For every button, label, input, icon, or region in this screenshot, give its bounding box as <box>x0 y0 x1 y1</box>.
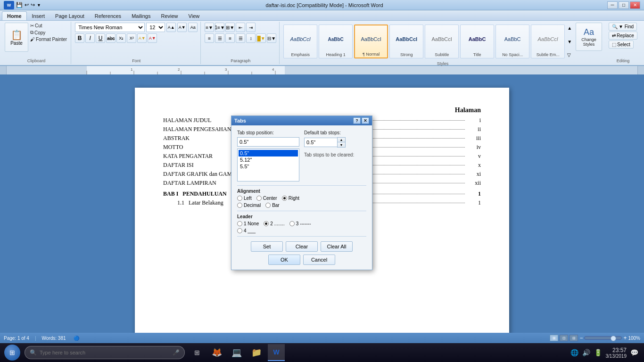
dialog-sep-1 <box>237 185 366 186</box>
taskview-button[interactable]: ⊞ <box>189 344 206 361</box>
ok-button[interactable]: OK <box>268 255 300 265</box>
explorer-button[interactable]: 💻 <box>228 344 245 361</box>
start-button[interactable]: ⊞ <box>2 344 23 361</box>
list-item[interactable]: 5.12" <box>239 156 298 163</box>
align-center-radio[interactable]: Center <box>256 196 277 201</box>
clear-all-button[interactable]: Clear All <box>321 241 353 252</box>
dialog-titlebar: Tabs ? ✕ <box>231 116 372 125</box>
clear-button[interactable]: Clear <box>286 241 318 252</box>
word-taskbar-button[interactable]: W <box>268 344 285 361</box>
tabs-dialog: Tabs ? ✕ Tab stop position: 0.5" 5.12" 5… <box>231 115 372 270</box>
align-right-dot <box>282 196 287 201</box>
dialog-action-buttons: Set Clear Clear All <box>237 241 366 252</box>
default-tab-col: Default tab stops: ▲ ▼ Tab stops to be c… <box>304 130 366 181</box>
alignment-section: Alignment Left Center Right <box>237 189 366 208</box>
leader-4-dot <box>237 228 242 233</box>
tab-stop-col: Tab stop position: 0.5" 5.12" 5.5" <box>237 130 299 181</box>
leader-4-radio[interactable]: 4 ___ <box>237 228 256 233</box>
dialog-sep-3 <box>237 236 366 237</box>
cancel-button[interactable]: Cancel <box>303 255 335 265</box>
folder-button[interactable]: 📁 <box>248 344 265 361</box>
firefox-button[interactable]: 🦊 <box>208 344 225 361</box>
alignment-label: Alignment <box>237 189 366 194</box>
dialog-ok-cancel: OK Cancel <box>237 255 366 265</box>
align-bar-radio[interactable]: Bar <box>265 203 280 208</box>
taskbar-icons: ⊞ 🦊 💻 📁 W <box>189 344 285 361</box>
spinner-down[interactable]: ▼ <box>338 142 345 147</box>
leader-2-radio[interactable]: 2 ........ <box>264 221 285 226</box>
dialog-close-button[interactable]: ✕ <box>362 117 369 124</box>
mic-icon[interactable]: 🎤 <box>173 349 180 356</box>
align-bar-dot <box>265 203 271 208</box>
clear-area-label: Tab stops to be cleared: <box>304 152 366 157</box>
dialog-title: Tabs <box>234 118 246 123</box>
clock-date: 3/13/2019 <box>606 354 627 359</box>
alignment-radio-group-2: Decimal Bar <box>237 203 366 208</box>
align-right-radio[interactable]: Right <box>282 196 299 201</box>
align-decimal-dot <box>237 203 242 208</box>
volume-icon[interactable]: 🔊 <box>582 349 590 356</box>
taskbar-clock[interactable]: 23:57 3/13/2019 <box>606 347 627 359</box>
dialog-sep-2 <box>237 211 366 211</box>
default-tab-input[interactable] <box>304 138 337 147</box>
spinner-up[interactable]: ▲ <box>338 138 345 142</box>
dialog-help-button[interactable]: ? <box>353 117 361 124</box>
dialog-overlay: Tabs ? ✕ Tab stop position: 0.5" 5.12" 5… <box>0 0 644 362</box>
leader-3-dot <box>289 221 295 226</box>
alignment-radio-group: Left Center Right <box>237 196 366 201</box>
clear-label-area: Tab stops to be cleared: <box>304 151 366 157</box>
list-item[interactable]: 0.5" <box>239 150 298 156</box>
clock-time: 23:57 <box>606 347 627 354</box>
align-center-dot <box>256 196 262 201</box>
dialog-top-row: Tab stop position: 0.5" 5.12" 5.5" Defau… <box>237 130 366 181</box>
align-decimal-radio[interactable]: Decimal <box>237 203 261 208</box>
leader-radio-group-2: 4 ___ <box>237 228 366 233</box>
notification-icon[interactable]: 💬 <box>630 349 638 356</box>
align-left-radio[interactable]: Left <box>237 196 252 201</box>
leader-3-radio[interactable]: 3 ------- <box>289 221 311 226</box>
tab-stop-list[interactable]: 0.5" 5.12" 5.5" <box>237 148 299 181</box>
list-item[interactable]: 5.5" <box>239 163 298 170</box>
leader-2-dot <box>264 221 269 226</box>
battery-icon[interactable]: 🔋 <box>594 349 602 356</box>
default-tab-label: Default tab stops: <box>304 130 366 135</box>
align-left-dot <box>237 196 242 201</box>
leader-section: Leader 1 None 2 ........ 3 ------- <box>237 214 366 233</box>
start-orb: ⊞ <box>4 345 20 361</box>
taskbar-right: 🌐 🔊 🔋 23:57 3/13/2019 💬 <box>567 347 643 359</box>
search-input[interactable] <box>40 350 170 355</box>
spinner-buttons: ▲ ▼ <box>337 137 346 148</box>
set-button[interactable]: Set <box>251 241 283 252</box>
search-icon: 🔍 <box>30 349 37 356</box>
leader-radio-group: 1 None 2 ........ 3 ------- <box>237 221 366 226</box>
taskbar: ⊞ 🔍 🎤 ⊞ 🦊 💻 📁 W 🌐 🔊 🔋 23:57 3/13/2019 💬 <box>0 343 644 362</box>
default-tab-spinner: ▲ ▼ <box>304 137 366 148</box>
taskbar-search[interactable]: 🔍 🎤 <box>25 346 185 359</box>
leader-1-dot <box>237 221 242 226</box>
tab-stop-input[interactable] <box>237 137 299 147</box>
dialog-body: Tab stop position: 0.5" 5.12" 5.5" Defau… <box>231 125 372 270</box>
leader-label: Leader <box>237 214 366 219</box>
network-icon[interactable]: 🌐 <box>570 349 578 356</box>
tab-stop-label: Tab stop position: <box>237 130 299 135</box>
dialog-controls: ? ✕ <box>353 117 369 124</box>
leader-1-radio[interactable]: 1 None <box>237 221 259 226</box>
